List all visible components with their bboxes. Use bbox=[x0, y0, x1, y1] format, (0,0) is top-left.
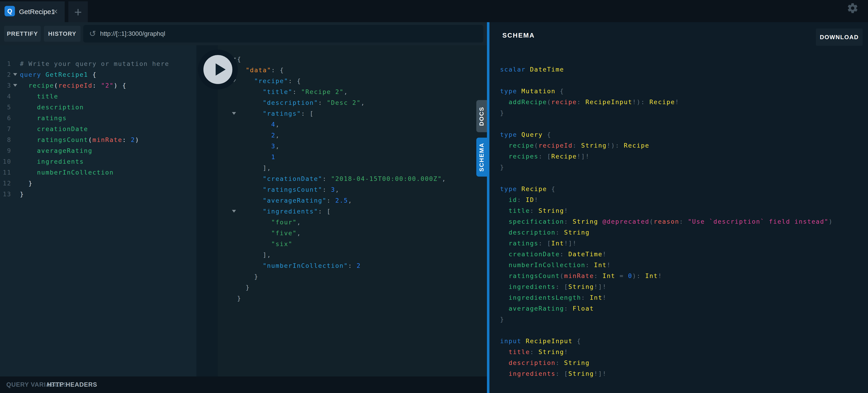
download-schema-button[interactable]: DOWNLOAD bbox=[816, 29, 863, 46]
code-line: description bbox=[20, 102, 169, 113]
code-line: recipe(recipeId: String!): Recipe bbox=[500, 140, 833, 151]
code-line: } bbox=[20, 178, 169, 189]
line-number: 6 bbox=[0, 113, 11, 124]
code-line: type Recipe { bbox=[500, 184, 833, 194]
line-number: 7 bbox=[0, 124, 11, 134]
line-number: 12 bbox=[0, 178, 11, 189]
line-number: 1 bbox=[0, 58, 11, 69]
query-editor-code[interactable]: # Write your query or mutation herequery… bbox=[20, 58, 169, 200]
close-tab-icon[interactable]: × bbox=[53, 1, 58, 22]
line-number: 3 bbox=[0, 80, 11, 91]
line-number: 13 bbox=[0, 189, 11, 200]
code-line: 2, bbox=[237, 130, 446, 141]
settings-gear-icon[interactable] bbox=[847, 2, 859, 14]
code-line: recipes: [Recipe!]! bbox=[500, 151, 833, 162]
schema-side-tab[interactable]: SCHEMA bbox=[476, 138, 487, 177]
code-line: "creationDate": "2018-04-15T00:00:00.000… bbox=[237, 173, 446, 184]
code-line: type Mutation { bbox=[500, 86, 833, 97]
code-line: query GetRecipe1 { bbox=[20, 69, 169, 80]
line-number: 4 bbox=[0, 91, 11, 102]
code-line: creationDate bbox=[20, 124, 169, 134]
code-line: "four", bbox=[237, 217, 446, 228]
code-line bbox=[500, 118, 833, 129]
code-line: description: String bbox=[500, 358, 833, 368]
query-type-badge: Q bbox=[4, 6, 15, 16]
code-line: "numberInCollection": 2 bbox=[237, 260, 446, 271]
code-line: 4, bbox=[237, 119, 446, 130]
code-line: # Write your query or mutation here bbox=[20, 58, 169, 69]
http-headers-tab[interactable]: HTTP HEADERS bbox=[47, 376, 97, 393]
execute-query-button[interactable] bbox=[198, 50, 238, 89]
new-tab-button[interactable]: + bbox=[68, 1, 88, 22]
reload-icon[interactable]: ↺ bbox=[89, 29, 96, 38]
fold-arrow-icon[interactable] bbox=[232, 210, 236, 213]
code-line: "averageRating": 2.5, bbox=[237, 195, 446, 206]
panel-divider[interactable] bbox=[487, 22, 490, 393]
schema-panel: SCHEMA DOWNLOAD scalar DateTimetype Muta… bbox=[490, 22, 868, 393]
code-line: title: String! bbox=[500, 346, 833, 358]
tab-bar: Q GetRecipe1 × + bbox=[0, 0, 868, 22]
line-number: 2 bbox=[0, 69, 11, 80]
play-icon bbox=[216, 63, 226, 75]
endpoint-url-input[interactable] bbox=[100, 30, 462, 37]
code-line: recipe(recipeId: "2") { bbox=[20, 80, 169, 91]
code-line: description: String bbox=[500, 227, 833, 238]
fold-arrow-icon[interactable] bbox=[13, 84, 17, 87]
fold-arrow-icon[interactable] bbox=[13, 73, 17, 76]
editor-line-numbers: 12345678910111213 bbox=[0, 58, 11, 200]
line-number: 9 bbox=[0, 145, 11, 156]
code-line: } bbox=[500, 162, 833, 173]
code-line: ingredientsLength: Int! bbox=[500, 292, 833, 303]
code-line: "six" bbox=[237, 239, 446, 249]
tab-title: GetRecipe1 bbox=[19, 1, 55, 22]
code-line: "data": { bbox=[237, 65, 446, 75]
code-line: averageRating: Float bbox=[500, 303, 833, 314]
code-line: "recipe": { bbox=[237, 75, 446, 87]
code-line: } bbox=[237, 271, 446, 282]
response-pane: { "data": { "recipe": { "title": "Recipe… bbox=[218, 45, 487, 376]
code-line: input RecipeInput { bbox=[500, 336, 833, 346]
docs-side-tab[interactable]: DOCS bbox=[476, 100, 487, 132]
fold-arrow-icon[interactable] bbox=[232, 112, 236, 115]
code-line: specification: String @deprecated(reason… bbox=[500, 216, 833, 227]
schema-sdl-code: scalar DateTimetype Mutation { addRecipe… bbox=[500, 64, 833, 379]
code-line: ingredients bbox=[20, 156, 169, 167]
query-editor-pane[interactable]: 12345678910111213 # Write your query or … bbox=[0, 45, 196, 376]
endpoint-url-bar[interactable]: ↺ bbox=[83, 25, 483, 42]
code-line: "description": "Desc 2", bbox=[237, 97, 446, 108]
code-line: type Query { bbox=[500, 129, 833, 140]
code-line: ratings bbox=[20, 113, 169, 124]
code-line: numberInCollection: Int! bbox=[500, 260, 833, 271]
code-line: "ingredients": [ bbox=[237, 206, 446, 217]
pane-resize-gutter[interactable] bbox=[196, 45, 218, 376]
code-line: creationDate: DateTime! bbox=[500, 249, 833, 260]
code-line: ingredients: [String!]! bbox=[500, 368, 833, 379]
code-line: title bbox=[20, 91, 169, 102]
response-json-code: { "data": { "recipe": { "title": "Recipe… bbox=[237, 54, 446, 304]
schema-panel-title: SCHEMA bbox=[502, 32, 535, 39]
code-line: "ratings": [ bbox=[237, 108, 446, 119]
code-line: } bbox=[20, 189, 169, 200]
code-line: ], bbox=[237, 249, 446, 260]
code-line: numberInCollection bbox=[20, 167, 169, 178]
code-line: 3, bbox=[237, 141, 446, 152]
code-line: } bbox=[237, 293, 446, 304]
code-line: addRecipe(recipe: RecipeInput!): Recipe! bbox=[500, 97, 833, 108]
line-number: 10 bbox=[0, 156, 11, 167]
code-line: title: String! bbox=[500, 205, 833, 216]
code-line: } bbox=[500, 108, 833, 118]
code-line: { bbox=[237, 54, 446, 65]
line-number: 11 bbox=[0, 167, 11, 178]
code-line: ratingsCount(minRate: 2) bbox=[20, 134, 169, 145]
toolbar: PRETTIFY HISTORY ↺ bbox=[0, 22, 487, 45]
tab-getrecipe1[interactable]: Q GetRecipe1 × bbox=[0, 1, 65, 22]
code-line: } bbox=[237, 282, 446, 293]
code-line: scalar DateTime bbox=[500, 64, 833, 75]
code-line: ], bbox=[237, 162, 446, 173]
code-line: } bbox=[500, 314, 833, 325]
code-line: averageRating bbox=[20, 145, 169, 156]
code-line: "five", bbox=[237, 228, 446, 239]
history-button[interactable]: HISTORY bbox=[44, 26, 81, 42]
prettify-button[interactable]: PRETTIFY bbox=[4, 26, 41, 42]
code-line: id: ID! bbox=[500, 194, 833, 205]
